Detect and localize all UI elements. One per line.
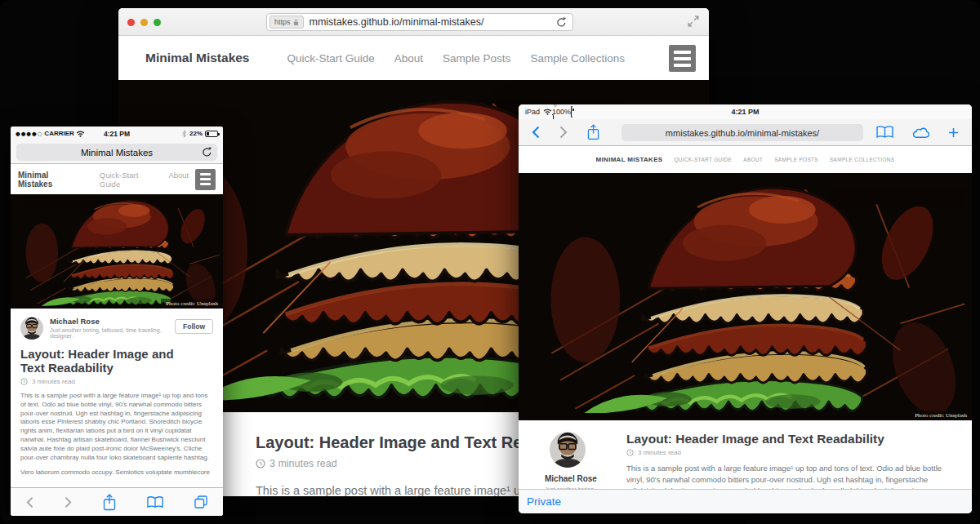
nav-link-about[interactable]: About: [168, 171, 189, 189]
site-masthead: MINIMAL MISTAKES QUICK-START GUIDE ABOUT…: [519, 146, 972, 173]
nav-link-sample-collections[interactable]: SAMPLE COLLECTIONS: [830, 157, 894, 162]
post-paragraph-2: Vero laborum commodo occupy. Semiotics v…: [20, 468, 213, 477]
header-leaves-image: [519, 173, 972, 420]
https-badge: https: [270, 16, 304, 29]
site-title-link[interactable]: MINIMAL MISTAKES: [596, 156, 663, 163]
nav-link-about[interactable]: ABOUT: [743, 157, 763, 162]
traffic-lights: [127, 19, 161, 26]
zoom-window-button[interactable]: [154, 19, 161, 26]
post-header-image: Photo credit: Unsplash: [519, 173, 972, 420]
safari-url-row: Minimal Mistakes: [11, 140, 223, 164]
address-bar[interactable]: mmistakes.github.io/minimal-mistakes/: [621, 124, 863, 141]
author-avatar: [550, 432, 586, 468]
bookmarks-icon[interactable]: [876, 126, 893, 139]
url-text: mmistakes.github.io/minimal-mistakes/: [666, 128, 819, 138]
battery-icon: [205, 131, 218, 137]
read-time: 3 minutes read: [626, 449, 951, 456]
reload-icon[interactable]: [202, 147, 212, 158]
new-tab-icon[interactable]: [948, 127, 959, 138]
author-bio: Just another boring, tattooed, time trav…: [50, 327, 168, 339]
nav-link-quick-start-guide[interactable]: Quick-Start Guide: [287, 52, 375, 64]
fullscreen-icon[interactable]: [688, 16, 699, 27]
https-label: https: [274, 18, 291, 26]
read-time: 3 minutes read: [20, 378, 213, 385]
back-icon[interactable]: [26, 496, 33, 508]
lock-icon: [293, 19, 299, 26]
author-avatar: [20, 317, 43, 340]
read-time-label: 3 minutes read: [270, 458, 337, 469]
author-sidebar: Michael Rose Just another boring, tattoo…: [538, 432, 608, 489]
forward-icon[interactable]: [65, 496, 72, 508]
post-content: Michael Rose Just another boring, tattoo…: [519, 420, 972, 489]
header-leaves-image: [11, 194, 223, 309]
bookmarks-icon[interactable]: [147, 496, 163, 508]
minimize-window-button[interactable]: [140, 19, 148, 26]
share-icon[interactable]: [587, 124, 599, 140]
photo-credit: Photo credit: Unsplash: [161, 299, 223, 309]
post-title: Layout: Header Image and Text Readabilit…: [626, 432, 951, 446]
post-content: Michael Rose Just another boring, tattoo…: [11, 309, 223, 477]
address-bar[interactable]: https mmistakes.github.io/minimal-mistak…: [266, 13, 573, 31]
private-button[interactable]: Private: [527, 495, 561, 508]
private-browsing-bar: Private: [519, 489, 972, 513]
share-icon[interactable]: [103, 494, 116, 511]
close-window-button[interactable]: [127, 19, 135, 26]
author-name: Michael Rose: [50, 317, 168, 326]
ipad-status-bar: iPad 4:21 PM 100%: [519, 104, 972, 119]
ipad-safari-window: iPad 4:21 PM 100% mmistakes.github.io/mi…: [519, 104, 972, 513]
site-masthead: Minimal Mistakes Quick-Start Guide About…: [118, 36, 709, 80]
site-nav: Quick-Start Guide About Sample Posts Sam…: [287, 52, 625, 64]
author-name: Michael Rose: [545, 474, 608, 483]
forward-icon[interactable]: [559, 126, 568, 139]
url-text: mmistakes.github.io/minimal-mistakes/: [310, 16, 484, 28]
back-icon[interactable]: [532, 126, 540, 139]
safari-toolbar: mmistakes.github.io/minimal-mistakes/: [519, 119, 972, 146]
browser-titlebar: https mmistakes.github.io/minimal-mistak…: [118, 8, 709, 36]
bluetooth-icon: [181, 130, 187, 138]
menu-toggle-button[interactable]: [195, 169, 216, 190]
follow-button[interactable]: Follow: [175, 319, 213, 334]
post-title: Layout: Header Image and Text Readabilit…: [20, 348, 198, 375]
photo-credit: Photo credit: Unsplash: [910, 411, 972, 420]
nav-link-quick-start-guide[interactable]: Quick-Start Guide: [100, 171, 153, 189]
nav-link-quick-start-guide[interactable]: QUICK-START GUIDE: [674, 157, 732, 162]
read-time-label: 3 minutes read: [32, 378, 75, 385]
clock-icon: [20, 378, 28, 385]
post-article: Layout: Header Image and Text Readabilit…: [626, 432, 951, 489]
site-masthead: Minimal Mistakes Quick-Start Guide About: [11, 164, 223, 194]
site-nav: Quick-Start Guide About: [100, 171, 189, 189]
nav-link-sample-posts[interactable]: Sample Posts: [443, 52, 510, 64]
safari-bottom-toolbar: [11, 487, 223, 516]
author-row: Michael Rose Just another boring, tattoo…: [20, 317, 213, 340]
address-bar[interactable]: Minimal Mistakes: [16, 144, 217, 161]
reload-icon[interactable]: [556, 17, 567, 28]
composite-screenshot-canvas: { "desktop": { "url_badge": "https", "ur…: [0, 0, 980, 524]
nav-link-sample-collections[interactable]: Sample Collections: [530, 52, 625, 64]
site-title-link[interactable]: Minimal Mistakes: [145, 51, 250, 65]
iphone-status-bar: ●●●●○ CARRIER 4:21 PM 22%: [11, 127, 223, 140]
site-title-link[interactable]: Minimal Mistakes: [18, 171, 79, 189]
page-title-text: Minimal Mistakes: [81, 148, 153, 158]
post-header-image: Photo credit: Unsplash: [11, 194, 223, 309]
clock-icon: [256, 459, 265, 468]
iphone-safari-window: ●●●●○ CARRIER 4:21 PM 22% Minimal Mistak…: [11, 127, 223, 516]
icloud-tabs-icon[interactable]: [911, 126, 930, 139]
read-time-label: 3 minutes read: [638, 449, 681, 456]
nav-link-about[interactable]: About: [394, 52, 423, 64]
post-paragraph: This is a sample post with a large featu…: [626, 463, 951, 489]
menu-toggle-button[interactable]: [669, 45, 696, 72]
post-paragraph: This is a sample post with a large featu…: [20, 392, 213, 462]
tabs-icon[interactable]: [194, 495, 207, 508]
clock-icon: [626, 449, 634, 456]
nav-link-sample-posts[interactable]: SAMPLE POSTS: [774, 157, 818, 162]
status-time: 4:21 PM: [519, 108, 972, 116]
battery-percent: 22%: [189, 130, 203, 137]
